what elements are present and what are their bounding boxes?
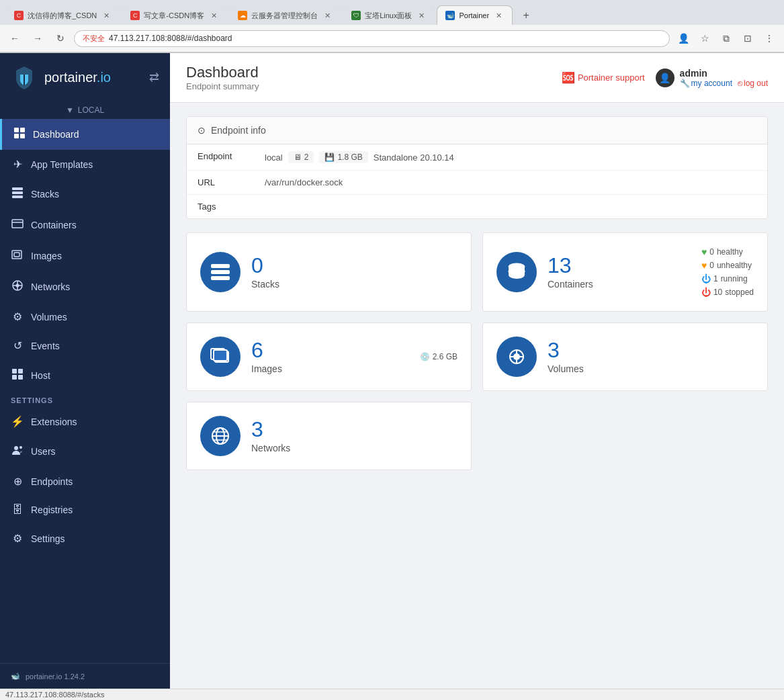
forward-button[interactable]: → — [28, 29, 47, 48]
more-icon[interactable]: ⋮ — [760, 29, 779, 48]
sidebar-item-host[interactable]: Host — [0, 360, 170, 391]
svg-rect-2 — [14, 128, 19, 132]
networks-card[interactable]: 3 Networks — [186, 402, 472, 470]
svg-rect-7 — [12, 191, 23, 194]
sidebar-item-settings[interactable]: ⚙ Settings — [0, 524, 170, 553]
transfer-icon[interactable]: ⇄ — [149, 70, 159, 85]
images-card-icon — [200, 337, 241, 377]
tab-1-close[interactable]: ✕ — [101, 10, 112, 21]
address-url: 47.113.217.108:8088/#/dashboard — [109, 34, 232, 43]
portainer-logo-icon — [11, 64, 38, 91]
images-info: 6 Images — [251, 339, 409, 374]
sidebar: portainer.io ⇄ ▼ LOCAL Dashboard ✈ App T… — [0, 53, 170, 689]
header-right: 🆘 Portainer support 👤 admin 🔧 my account — [562, 68, 768, 88]
endpoint-info-icon: ⊙ — [198, 125, 206, 136]
stopped-status: ⏻ 10 stopped — [701, 287, 754, 298]
containers-label: Containers — [31, 220, 159, 230]
networks-icon — [11, 279, 24, 294]
svg-rect-30 — [214, 350, 227, 361]
sidebar-item-stacks[interactable]: Stacks — [0, 179, 170, 210]
bookmark-icon[interactable]: ☆ — [695, 29, 714, 48]
images-label-text: Images — [251, 363, 409, 374]
svg-rect-9 — [12, 220, 23, 228]
events-icon: ↺ — [11, 339, 24, 352]
new-tab-button[interactable]: + — [517, 6, 535, 25]
admin-avatar: 👤 — [656, 69, 674, 87]
endpoint-field-label: Endpoint — [198, 151, 265, 163]
profile-icon[interactable]: 👤 — [674, 29, 693, 48]
containers-info: 13 Containers — [548, 255, 691, 290]
containers-card-icon — [496, 252, 537, 292]
portainer-support-link[interactable]: 🆘 Portainer support — [562, 71, 645, 84]
events-label: Events — [31, 341, 159, 351]
users-label: Users — [31, 446, 159, 457]
volumes-label-text: Volumes — [548, 363, 754, 374]
tags-row: Tags — [187, 195, 767, 218]
dashboard-label: Dashboard — [33, 129, 159, 140]
extensions-icon[interactable]: ⧉ — [717, 29, 736, 48]
admin-links: 🔧 my account ⎋ log out — [680, 79, 768, 88]
images-size-value: 2.6 GB — [433, 352, 458, 361]
healthy-label: healthy — [717, 247, 743, 257]
back-button[interactable]: ← — [5, 29, 24, 48]
healthy-status: ♥ 0 healthy — [701, 247, 754, 257]
reload-button[interactable]: ↻ — [51, 29, 70, 48]
sidebar-item-events[interactable]: ↺ Events — [0, 331, 170, 360]
app-templates-icon: ✈ — [11, 158, 24, 171]
sidebar-item-registries[interactable]: 🗄 Registries — [0, 496, 170, 524]
endpoints-icon: ⊕ — [11, 475, 24, 488]
tab-5-close[interactable]: ✕ — [493, 10, 504, 21]
svg-rect-23 — [211, 264, 230, 268]
images-icon — [11, 249, 24, 263]
sidebar-item-dashboard[interactable]: Dashboard — [0, 119, 170, 150]
svg-rect-24 — [211, 270, 230, 274]
running-label: running — [721, 274, 748, 283]
sidebar-item-volumes[interactable]: ⚙ Volumes — [0, 302, 170, 331]
volumes-info: 3 Volumes — [548, 339, 754, 374]
volumes-card[interactable]: 3 Volumes — [482, 322, 768, 391]
url-row: URL /var/run/docker.sock — [187, 171, 767, 195]
tab-4[interactable]: 🛡 宝塔Linux面板 ✕ — [343, 5, 435, 25]
tab-2[interactable]: C 写文章-CSDN博客 ✕ — [122, 5, 228, 25]
host-label: Host — [31, 370, 159, 381]
containers-card[interactable]: 13 Containers ♥ 0 healthy ♥ — [482, 232, 768, 312]
tags-field-label: Tags — [198, 202, 265, 212]
my-account-link[interactable]: 🔧 my account — [680, 79, 732, 88]
address-box[interactable]: 不安全 47.113.217.108:8088/#/dashboard — [74, 30, 670, 47]
tab-5[interactable]: 🐋 Portainer ✕ — [437, 5, 513, 25]
tab-1-favicon: C — [14, 11, 24, 20]
sidebar-item-users[interactable]: Users — [0, 436, 170, 467]
stacks-card[interactable]: 0 Stacks — [186, 232, 472, 312]
svg-rect-8 — [12, 195, 23, 198]
stacks-count[interactable]: 0 — [251, 255, 458, 276]
stacks-card-icon — [200, 252, 241, 292]
sidebar-item-images[interactable]: Images — [0, 240, 170, 271]
memory-value: 1.8 GB — [337, 152, 362, 162]
tab-bar: C 沈信得的博客_CSDN ✕ C 写文章-CSDN博客 ✕ ☁ 云服务器管理控… — [0, 0, 784, 25]
unhealthy-label: unhealthy — [717, 261, 752, 270]
tab-2-favicon: C — [130, 11, 140, 20]
content-area: ⊙ Endpoint info Endpoint local 🖥 2 — [170, 103, 784, 484]
split-view-icon[interactable]: ⊡ — [738, 29, 757, 48]
tab-4-favicon: 🛡 — [351, 11, 361, 20]
tab-4-close[interactable]: ✕ — [416, 10, 427, 21]
tab-1[interactable]: C 沈信得的博客_CSDN ✕ — [5, 5, 120, 25]
stopped-label: stopped — [725, 288, 754, 297]
stacks-icon-svg — [210, 261, 231, 283]
settings-label: Settings — [31, 533, 159, 544]
tab-3[interactable]: ☁ 云服务器管理控制台 ✕ — [229, 5, 341, 25]
tab-2-close[interactable]: ✕ — [208, 10, 219, 21]
sidebar-item-containers[interactable]: Containers — [0, 210, 170, 240]
sidebar-item-app-templates[interactable]: ✈ App Templates — [0, 150, 170, 179]
sidebar-item-networks[interactable]: Networks — [0, 271, 170, 302]
endpoint-type-value: Standalone 20.10.14 — [374, 152, 454, 163]
log-out-link[interactable]: ⎋ log out — [738, 79, 768, 88]
users-icon — [11, 444, 24, 459]
sidebar-item-extensions[interactable]: ⚡ Extensions — [0, 407, 170, 436]
sidebar-item-endpoints[interactable]: ⊕ Endpoints — [0, 467, 170, 496]
images-card[interactable]: 6 Images 💿 2.6 GB — [186, 322, 472, 391]
stacks-label: Stacks — [251, 279, 458, 290]
extensions-sidebar-icon: ⚡ — [11, 415, 24, 428]
tab-3-close[interactable]: ✕ — [322, 10, 333, 21]
endpoint-label: ▼ LOCAL — [0, 101, 170, 119]
